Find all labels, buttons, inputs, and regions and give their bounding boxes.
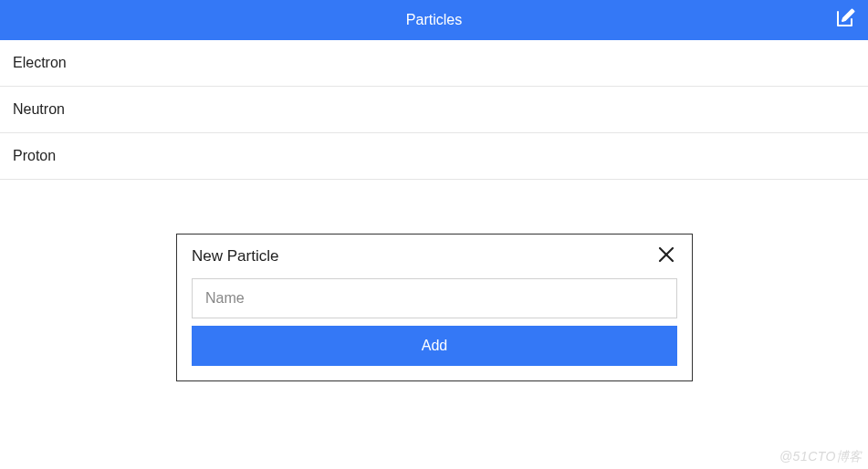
compose-icon (834, 7, 856, 33)
dialog-title: New Particle (192, 247, 278, 266)
watermark: @51CTO博客 (779, 449, 863, 465)
compose-button[interactable] (833, 8, 857, 32)
new-particle-dialog: New Particle Add (176, 234, 693, 381)
name-input[interactable] (192, 278, 677, 318)
dialog-header: New Particle (177, 234, 692, 278)
list-item[interactable]: Electron (0, 40, 868, 87)
close-icon (657, 245, 675, 267)
dialog-body: Add (177, 278, 692, 380)
particle-list: Electron Neutron Proton (0, 40, 868, 180)
close-button[interactable] (655, 245, 677, 267)
add-button[interactable]: Add (192, 326, 677, 366)
page-title: Particles (406, 12, 462, 28)
list-item[interactable]: Proton (0, 133, 868, 180)
list-item-label: Proton (13, 148, 56, 163)
app-header: Particles (0, 0, 868, 40)
list-item-label: Neutron (13, 101, 65, 117)
list-item-label: Electron (13, 55, 67, 70)
list-item[interactable]: Neutron (0, 87, 868, 133)
